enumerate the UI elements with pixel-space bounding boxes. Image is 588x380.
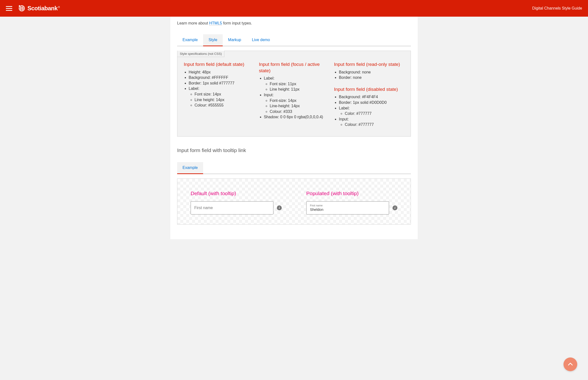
spec-item: Background: #FFFFFF xyxy=(189,75,254,80)
example-panel: Default (with tooltip) First name i Popu… xyxy=(177,178,411,225)
spec-item: Input: Font-size: 14px Line-height: 14px… xyxy=(264,92,329,114)
spec-item: Height: 48px xyxy=(189,70,254,75)
tabs-primary: Example Style Markup Live demo xyxy=(177,34,411,46)
spec-col-default: Input form field (default state) Height:… xyxy=(184,61,254,128)
brand-name: Scotiabank® xyxy=(27,5,60,12)
tab-style[interactable]: Style xyxy=(203,34,223,46)
spec-item: Label: Font size: 14px Line height: 14px… xyxy=(189,86,254,108)
page-container: Learn more about HTML5 form input types.… xyxy=(170,17,418,239)
brand-logo[interactable]: Scotiabank® xyxy=(18,5,60,12)
spec-tag: Style specifications (not CSS) xyxy=(177,51,224,57)
spec-item: Colour: #555555 xyxy=(195,103,254,108)
section-title-tooltip: Input form field with tooltip link xyxy=(177,147,411,153)
info-icon[interactable]: i xyxy=(277,206,282,210)
tab-example[interactable]: Example xyxy=(177,34,203,46)
spec-heading-default: Input form field (default state) xyxy=(184,61,254,68)
spec-item: Font size: 11px xyxy=(270,81,329,87)
spec-item: Border: none xyxy=(339,75,404,80)
spec-item: Line height: 11px xyxy=(270,87,329,92)
spec-item: Label: Font size: 11px Line height: 11px xyxy=(264,76,329,92)
spec-item: Border: 1px solid #777777 xyxy=(189,80,254,86)
spec-heading-readonly: Input form field (read-only state) xyxy=(334,61,404,68)
tab-markup[interactable]: Markup xyxy=(223,34,246,46)
spec-item: Background: #F4F4F4 xyxy=(339,94,404,100)
spec-col-focus: Input form field (focus / active state) … xyxy=(259,61,329,128)
globe-icon xyxy=(18,5,25,12)
firstname-input-default[interactable]: First name xyxy=(191,201,274,214)
menu-icon[interactable] xyxy=(6,6,12,11)
firstname-input-populated[interactable]: First name Sheldon xyxy=(306,201,389,214)
spec-heading-disabled: Input form field (disabled state) xyxy=(334,86,404,93)
info-icon[interactable]: i xyxy=(392,206,397,210)
spec-item: Input: Colour: #777777 xyxy=(339,116,404,127)
header-left: Scotiabank® xyxy=(6,5,60,12)
input-placeholder: First name xyxy=(194,206,270,210)
spec-item: Colour: #333 xyxy=(270,109,329,114)
example-label-default: Default (with tooltip) xyxy=(191,190,282,196)
spec-item: Shadow: 0 0 6px 0 rgba(0,0,0,0.4) xyxy=(264,114,329,120)
spec-item: Font-size: 14px xyxy=(270,98,329,103)
example-label-populated: Populated (with tooltip) xyxy=(306,190,397,196)
tab-live-demo[interactable]: Live demo xyxy=(246,34,275,46)
lead-suffix: form input types. xyxy=(222,21,252,25)
spec-item: Border: 1px solid #D0D0D0 xyxy=(339,100,404,105)
lead-paragraph: Learn more about HTML5 form input types. xyxy=(177,21,411,25)
spec-item: Background: none xyxy=(339,70,404,75)
html5-link[interactable]: HTML5 xyxy=(209,21,222,25)
input-value: Sheldon xyxy=(310,207,385,212)
app-header: Scotiabank® Digital Channels Style Guide xyxy=(0,0,588,17)
spec-item: Line height: 14px xyxy=(195,97,254,103)
spec-col-readonly-disabled: Input form field (read-only state) Backg… xyxy=(334,61,404,128)
header-tagline: Digital Channels Style Guide xyxy=(532,6,582,11)
tabs-secondary: Example xyxy=(177,162,411,174)
example-populated-col: Populated (with tooltip) First name Shel… xyxy=(306,190,397,214)
tab-example-2[interactable]: Example xyxy=(177,162,203,174)
spec-item: Color: #777777 xyxy=(345,111,404,116)
spec-item: Line-height: 14px xyxy=(270,103,329,109)
spec-item: Colour: #777777 xyxy=(345,122,404,127)
lead-prefix: Learn more about xyxy=(177,21,209,25)
input-small-label: First name xyxy=(310,204,385,207)
spec-heading-focus: Input form field (focus / active state) xyxy=(259,61,329,74)
style-spec-panel: Style specifications (not CSS) Input for… xyxy=(177,51,411,137)
example-default-col: Default (with tooltip) First name i xyxy=(191,190,282,214)
spec-item: Label: Color: #777777 xyxy=(339,106,404,116)
spec-item: Font size: 14px xyxy=(195,92,254,97)
